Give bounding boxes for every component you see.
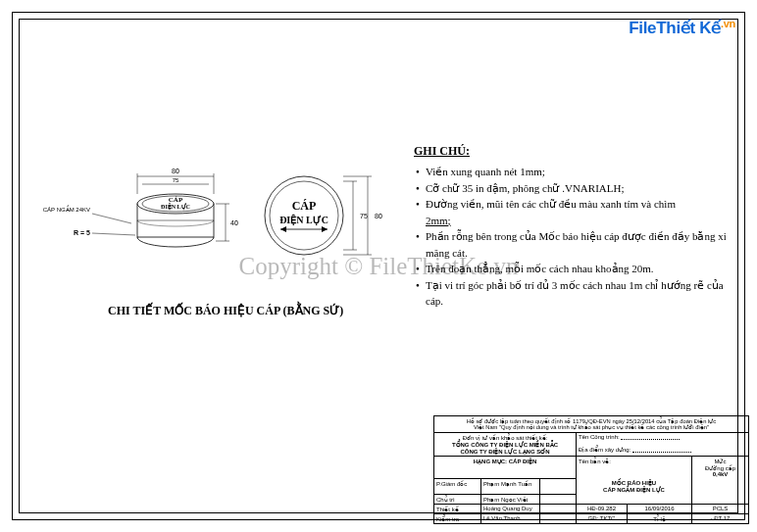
note-item: Trên đoạn thẳng, mỗi mốc cách nhau khoản… — [414, 261, 728, 277]
tb-name: Lê Văn Thanh — [481, 513, 540, 523]
note-item: Tại vi trí góc phải bố trí đủ 3 mốc cách… — [414, 277, 728, 310]
tb-role: P.Giám đốc — [434, 478, 481, 494]
note-item: Viền xung quanh nét 1mm; — [414, 164, 728, 180]
tb-name: Phạm Mạnh Tuấn — [481, 478, 540, 494]
tb-stage: GĐ: TKTC — [577, 513, 628, 523]
side-label-2: ĐIỆN LỰC — [161, 202, 190, 211]
tb-name: Phạm Ngọc Việt — [481, 494, 540, 504]
tb-sheet-sub: - ĐT 17 — [692, 513, 748, 523]
tb-header: Hồ sơ được lập tuân theo quyết định số 1… — [434, 416, 748, 432]
tb-role: Chủ trì — [434, 494, 481, 504]
top-label-1: CÁP — [292, 199, 317, 213]
notes-heading: GHI CHÚ: — [414, 142, 728, 160]
cable-label: CÁP NGẦM 24KV — [43, 205, 90, 213]
logo-part2: Thiết Kế — [656, 19, 721, 37]
dim-40: 40 — [230, 219, 238, 226]
dim-80: 80 — [172, 168, 179, 174]
note-item: Đường viền, mũi tên các chữ đều màu xanh… — [414, 196, 728, 228]
dim-circle-80: 80 — [375, 213, 382, 219]
side-label-1: CÁP — [169, 196, 183, 204]
tb-category: HẠNG MỤC: CÁP ĐIỆN — [434, 456, 577, 478]
dim-75: 75 — [173, 177, 179, 183]
site-logo: FileThiết Kế.vn — [629, 18, 735, 38]
tb-name: Hoàng Quang Duy — [481, 504, 540, 513]
dim-circle-75: 75 — [360, 213, 368, 219]
title-block: Hồ sơ được lập tuân theo quyết định số 1… — [433, 415, 749, 524]
tb-date: 16/09/2016 — [628, 504, 692, 513]
top-label-2: ĐIỆN LỰC — [279, 214, 328, 226]
svg-line-12 — [92, 233, 135, 235]
drawing-caption: CHI TIẾT MỐC BÁO HIỆU CÁP (BẰNG SỨ) — [108, 304, 343, 318]
tb-code: HĐ-09.282 — [577, 504, 628, 513]
tb-role: Thiết kế — [434, 504, 481, 513]
tb-weight: Tỉ lệ — [628, 513, 692, 523]
svg-line-11 — [92, 214, 131, 223]
tb-role: Kiểm tra — [434, 513, 481, 523]
radius-label: R = 5 — [74, 229, 90, 236]
logo-tld: .vn — [721, 18, 735, 29]
logo-part1: File — [629, 19, 656, 37]
note-item: Phần rỗng bên trong của Mốc báo hiệu cáp… — [414, 228, 728, 261]
notes-block: GHI CHÚ: Viền xung quanh nét 1mm; Cỡ chữ… — [414, 142, 728, 310]
note-item: Cỡ chữ 35 in đậm, phông chữ .VNARIALH; — [414, 180, 728, 197]
